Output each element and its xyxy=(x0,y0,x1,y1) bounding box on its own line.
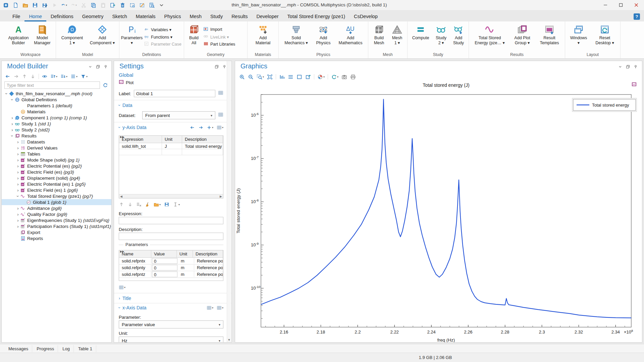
minimize-button[interactable] xyxy=(598,0,613,10)
down-icon[interactable] xyxy=(30,74,36,79)
bottom-tab-messages[interactable]: Messages xyxy=(5,345,32,352)
copy-icon[interactable] xyxy=(90,2,96,8)
table-cell[interactable] xyxy=(119,149,162,155)
tree-node-electric-field-es-1[interactable]: ›*Electric Field (es) 1{pg6} xyxy=(2,187,111,193)
rename-icon[interactable]: ▾ xyxy=(173,202,180,207)
close-button[interactable] xyxy=(629,0,644,10)
clearlist-icon[interactable] xyxy=(136,202,142,207)
sgrid-icon[interactable]: ▾ xyxy=(207,305,213,310)
tree-node-results[interactable]: ›Results xyxy=(2,133,111,139)
listv-icon[interactable]: ▾ xyxy=(70,74,77,79)
tree-node-participation-factors-study-1-[interactable]: ›*Participation Factors (Study 1){std1mp… xyxy=(2,223,111,229)
section-y-axis-data[interactable]: ›y-Axis Data ▾▾ xyxy=(119,125,223,130)
add-material-button[interactable]: AddMaterial xyxy=(249,22,277,51)
cpin-icon[interactable] xyxy=(222,64,227,70)
sgrid-icon[interactable]: ▾ xyxy=(217,305,223,310)
help-icon[interactable]: ? xyxy=(634,13,640,20)
save-icon[interactable] xyxy=(32,2,38,8)
settings-scrollbar[interactable]: ▼ xyxy=(227,61,231,342)
build-all-button[interactable]: BuildAll xyxy=(185,22,202,51)
cfloat-icon[interactable] xyxy=(96,64,100,70)
tree-node-electric-field-es-[interactable]: ›*Electric Field (es){pg3} xyxy=(2,169,111,175)
tree-expander-icon[interactable]: › xyxy=(16,170,20,175)
tree-expander-icon[interactable]: › xyxy=(16,145,20,150)
bottom-tab-table-1[interactable]: Table 1 xyxy=(74,345,96,352)
add-component-button[interactable]: AddComponent ▾ xyxy=(87,22,118,51)
column-header-description[interactable]: Description xyxy=(193,250,223,257)
table-row[interactable]: solid.refpntx0mReference point for mom..… xyxy=(119,258,223,264)
section-title[interactable]: ›Title xyxy=(119,296,223,301)
tree-expander-icon[interactable]: › xyxy=(10,134,15,138)
table-cell[interactable]: Reference point for mom... xyxy=(194,258,223,263)
tree-node-electric-potential-es-1[interactable]: ›*Electric Potential (es) 1{pg5} xyxy=(2,181,111,187)
table-h-scrollbar[interactable]: ◀▶ xyxy=(119,194,223,198)
tree-filter-input[interactable] xyxy=(4,81,100,89)
undo-icon[interactable]: ▾ xyxy=(61,2,67,8)
table-row[interactable]: solid.refpnty0mReference point for mom..… xyxy=(119,264,223,271)
sortdn-icon[interactable]: ▾ xyxy=(60,74,67,79)
menu-tab-geometry[interactable]: Geometry xyxy=(78,10,108,21)
unit-dropdown[interactable]: Hz▾ xyxy=(119,337,223,343)
tree-node-quality-factor[interactable]: ›*Quality Factor{pg9} xyxy=(2,211,111,217)
section-data[interactable]: ›Data xyxy=(119,103,223,108)
down-icon[interactable] xyxy=(127,202,133,207)
sgrid-icon[interactable]: ▾ xyxy=(119,285,125,290)
parameters-button[interactable]: PiParameters▾ xyxy=(121,22,143,51)
applogo-icon[interactable] xyxy=(3,2,9,8)
tree-expander-icon[interactable]: › xyxy=(16,206,20,211)
table-cell[interactable] xyxy=(182,149,223,155)
menu-tab-materials[interactable]: Materials xyxy=(131,10,160,21)
add-plot-group-button[interactable]: Add PlotGroup ▾ xyxy=(509,22,535,51)
table-cell[interactable]: 0 xyxy=(152,272,177,277)
tree-expander-icon[interactable]: › xyxy=(10,98,15,102)
windows-button[interactable]: Windows▾ xyxy=(567,22,591,51)
functions-button[interactable]: f(x)Functions ▾ xyxy=(144,34,181,40)
broom-icon[interactable] xyxy=(145,202,150,207)
table-cell[interactable]: m xyxy=(178,264,194,270)
tree-node-datasets[interactable]: ›Datasets xyxy=(2,139,111,145)
tree-node-parameters-1[interactable]: Parameters 1{default} xyxy=(2,103,111,109)
mesh-1-button[interactable]: Mesh1 ▾ xyxy=(388,22,406,51)
solid-mechanics-button[interactable]: SolidMechanics ▾ xyxy=(280,22,312,51)
plot-canvas[interactable]: 10-610-710-810-910-102.162.182.22.222.24… xyxy=(235,61,642,342)
plus-icon[interactable]: ▾ xyxy=(207,125,213,130)
table-cell[interactable]: Reference point for mom... xyxy=(194,271,223,277)
tree-node-total-stored-energy-pze1-[interactable]: ›Total Stored Energy (pze1){pg7} xyxy=(2,193,111,199)
table-cell[interactable]: 0 xyxy=(152,265,177,270)
tree-expander-icon[interactable]: › xyxy=(16,224,20,229)
table-cell[interactable]: solid.refpntz xyxy=(119,271,151,277)
sortup-icon[interactable]: ▾ xyxy=(50,74,57,79)
total-stored-energy-pze-button[interactable]: Total StoredEnergy (pze… ▾ xyxy=(470,22,509,51)
compute-button[interactable]: Compute xyxy=(409,22,432,51)
study-2-button[interactable]: Study2 ▾ xyxy=(432,22,450,51)
column-header-description[interactable]: Description xyxy=(182,136,223,143)
foldersm-icon[interactable]: ▾ xyxy=(154,202,161,207)
savesm-icon[interactable] xyxy=(164,202,169,207)
table-row[interactable]: solid.refpntz0mReference point for mom..… xyxy=(119,271,223,278)
edit-dataset-icon[interactable] xyxy=(218,112,223,119)
menu-tab-mesh[interactable]: Mesh xyxy=(185,10,206,21)
arrr-icon[interactable] xyxy=(198,125,203,130)
table-cell[interactable]: solid.Wh_tot xyxy=(119,143,162,149)
tree-expander-icon[interactable]: › xyxy=(4,92,9,96)
tree-expander-icon[interactable]: › xyxy=(16,212,20,217)
build-mesh-button[interactable]: BuildMesh xyxy=(370,22,388,51)
menu-tab-csdevelop[interactable]: CsDevelop xyxy=(350,10,382,21)
table-cell[interactable]: solid.refpntx xyxy=(119,258,151,263)
expression-input[interactable] xyxy=(119,217,223,224)
add-physics-button[interactable]: AddPhysics xyxy=(312,22,334,51)
menu-tab-results[interactable]: Results xyxy=(227,10,252,21)
column-header-expression[interactable]: ▶▶Expression xyxy=(119,136,162,143)
find-icon[interactable] xyxy=(149,2,155,8)
table-cell[interactable]: m xyxy=(178,258,194,263)
trash-icon[interactable] xyxy=(119,2,125,8)
tree-expander-icon[interactable]: › xyxy=(16,158,20,163)
tree-node-global-definitions[interactable]: ›Global Definitions xyxy=(2,97,111,103)
tree-node-admittance[interactable]: ›Admittance{pg8} xyxy=(2,205,111,211)
menu-tab-study[interactable]: Study xyxy=(206,10,227,21)
add-mathematics-button[interactable]: ΔUAddMathematics xyxy=(334,22,367,51)
tree-expander-icon[interactable]: › xyxy=(15,194,20,198)
variables-button[interactable]: a=Variables ▾ xyxy=(144,26,181,33)
duplicate-icon[interactable] xyxy=(110,2,116,8)
table-cell[interactable]: Total stored energy xyxy=(182,143,223,149)
